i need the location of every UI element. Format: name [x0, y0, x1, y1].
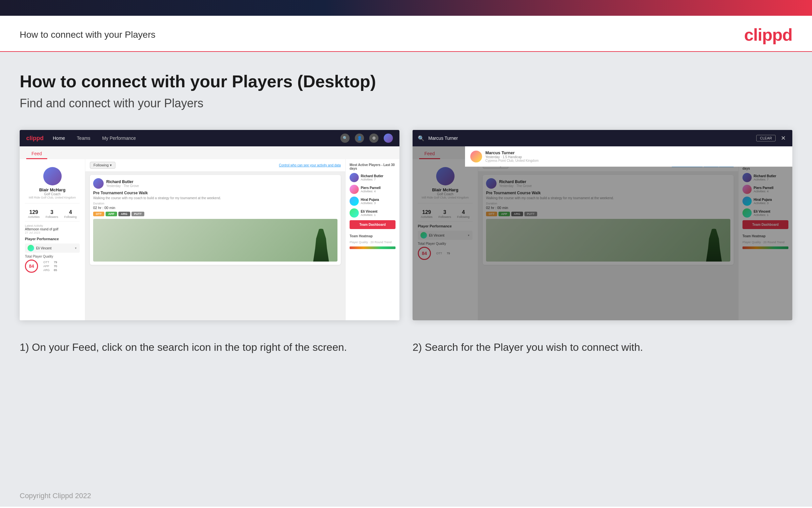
control-link[interactable]: Control who can see your activity and da…	[279, 163, 341, 167]
activity-desc: Walking the course with my coach to buil…	[93, 196, 337, 200]
golfer-figure	[311, 229, 331, 261]
heatmap-title: Team Heatmap	[349, 234, 395, 238]
stat-following: 4 Following	[64, 209, 77, 219]
team-dashboard-button[interactable]: Team Dashboard	[349, 220, 395, 229]
right-panel-1: Most Active Players - Last 30 days Richa…	[345, 159, 399, 320]
search-icon[interactable]: 🔍	[340, 134, 349, 143]
player-name-2: Piers Parnell	[361, 186, 395, 190]
following-bar: Following ▾ Control who can see your act…	[85, 159, 345, 172]
player-info-2: Piers Parnell Activities: 4	[361, 186, 395, 193]
duration-label: Duration	[93, 202, 337, 205]
player-list-item-1: Richard Butler Activities: 7	[349, 173, 395, 182]
profile-club: Mill Ride Golf Club, United Kingdom	[25, 196, 80, 199]
stat-followers-label: Followers	[46, 215, 58, 219]
search-input[interactable]	[428, 135, 752, 141]
clippd-logo: clippd	[744, 25, 792, 45]
player-avatar-3	[349, 197, 359, 206]
score-circle: 84	[25, 260, 38, 273]
profile-stats: 129 Activities 3 Followers 4 Following	[25, 207, 80, 221]
caption-1: 1) On your Feed, click on the search ico…	[20, 340, 399, 355]
tag-arg: ARG	[118, 212, 130, 216]
search-results-dropdown: Marcus Turner Yesterday · 1.5 Handicap C…	[465, 146, 792, 167]
screenshots-row: clippd Home Teams My Performance 🔍 👤 ⚙ F…	[20, 130, 792, 320]
search-icon-overlay: 🔍	[418, 135, 424, 141]
tag-app: APP	[106, 212, 117, 216]
tag-ott: OTT	[93, 212, 104, 216]
top-gradient-bar	[0, 0, 812, 16]
screenshot-2: 🔍 CLEAR ✕ Marcus Turner Yesterday · 1.5 …	[413, 130, 792, 320]
bar-arg-label: ARG	[43, 268, 51, 272]
latest-activity-label: Latest Activity	[25, 224, 80, 227]
stat-followers-num: 3	[46, 209, 58, 215]
stat-followers: 3 Followers	[46, 209, 58, 219]
captions-row: 1) On your Feed, click on the search ico…	[20, 340, 792, 355]
left-panel-1: Blair McHarg Golf Coach Mill Ride Golf C…	[20, 159, 85, 320]
player-avatar-4	[349, 208, 359, 218]
player-info-3: Hiral Pujara Activities: 3	[361, 198, 395, 205]
player-activities-4: Activities: 1	[361, 213, 395, 217]
stat-activities: 129 Activities	[28, 209, 40, 219]
player-list-item-2: Piers Parnell Activities: 4	[349, 185, 395, 194]
settings-icon[interactable]: ⚙	[369, 134, 378, 143]
player-select-avatar	[28, 245, 34, 251]
player-list-item-3: Hiral Pujara Activities: 3	[349, 197, 395, 206]
heatmap-section: Team Heatmap Player Quality · 20 Round T…	[349, 234, 395, 249]
bar-ott-label: OTT	[43, 261, 51, 264]
player-avatar-1	[349, 173, 359, 182]
activity-user-name: Richard Butler	[106, 179, 139, 184]
following-button[interactable]: Following ▾	[90, 162, 115, 169]
activity-date: Yesterday · The Grove	[106, 184, 139, 188]
profile-area: Blair McHarg Golf Coach Mill Ride Golf C…	[25, 164, 80, 204]
stat-following-label: Following	[64, 215, 77, 219]
bar-arg-num: 65	[54, 268, 60, 272]
player-activities-1: Activities: 7	[361, 178, 395, 181]
copyright-text: Copyright Clippd 2022	[20, 492, 91, 500]
search-bar-overlay: 🔍 CLEAR ✕	[413, 130, 792, 146]
player-info-1: Richard Butler Activities: 7	[361, 174, 395, 181]
user-icon[interactable]: 👤	[355, 134, 364, 143]
page-title: How to connect with your Players	[20, 30, 155, 40]
quality-bars: OTT 79 APP 70	[43, 261, 60, 272]
clear-button[interactable]: CLEAR	[756, 135, 776, 141]
nav-teams[interactable]: Teams	[74, 134, 93, 142]
app-nav-1: clippd Home Teams My Performance 🔍 👤 ⚙	[20, 130, 399, 146]
latest-activity-value: Afternoon round of golf	[25, 227, 80, 231]
tag-putt: PUTT	[132, 212, 145, 216]
player-select-name: Eli Vincent	[36, 247, 73, 250]
profile-title: Golf Coach	[25, 192, 80, 196]
app-body-1: Blair McHarg Golf Coach Mill Ride Golf C…	[20, 159, 399, 320]
activity-user-row: Richard Butler Yesterday · The Grove	[93, 178, 337, 189]
nav-icons: 🔍 👤 ⚙	[340, 134, 393, 143]
main-subheading: Find and connect with your Players	[20, 96, 792, 110]
nav-my-performance[interactable]: My Performance	[100, 134, 139, 142]
header: How to connect with your Players clippd	[0, 16, 812, 52]
result-name: Marcus Turner	[485, 150, 787, 155]
close-button[interactable]: ✕	[779, 133, 787, 143]
main-content: How to connect with your Players (Deskto…	[0, 52, 812, 485]
profile-name: Blair McHarg	[25, 187, 80, 192]
profile-avatar	[43, 167, 62, 185]
bar-app: APP 70	[43, 264, 60, 268]
player-activities-2: Activities: 4	[361, 190, 395, 193]
player-perf-title: Player Performance	[25, 237, 80, 241]
player-select-row[interactable]: Eli Vincent ▼	[25, 244, 80, 253]
profile-avatar-nav[interactable]	[384, 134, 393, 143]
main-heading: How to connect with your Players (Deskto…	[20, 72, 792, 91]
feed-tab[interactable]: Feed	[20, 146, 399, 159]
nav-home[interactable]: Home	[50, 134, 67, 142]
result-handicap: Yesterday · 1.5 Handicap	[485, 155, 787, 159]
bar-ott: OTT 79	[43, 261, 60, 264]
heatmap-bar	[349, 247, 395, 249]
player-avatar-2	[349, 185, 359, 194]
activity-image	[93, 219, 337, 261]
stat-activities-num: 129	[28, 209, 40, 215]
search-result-item[interactable]: Marcus Turner Yesterday · 1.5 Handicap C…	[465, 146, 792, 166]
feed-tab-label: Feed	[26, 149, 47, 159]
result-club: Cypress Point Club, United Kingdom	[485, 159, 787, 162]
heatmap-subtitle: Player Quality · 20 Round Trend	[349, 241, 395, 244]
activity-title: Pre Tournament Course Walk	[93, 190, 337, 195]
quality-label: Total Player Quality	[25, 255, 80, 258]
shot-tags: OTT APP ARG PUTT	[93, 212, 337, 216]
player-performance-section: Player Performance Eli Vincent ▼ Total P…	[25, 237, 80, 273]
player-activities-3: Activities: 3	[361, 202, 395, 205]
